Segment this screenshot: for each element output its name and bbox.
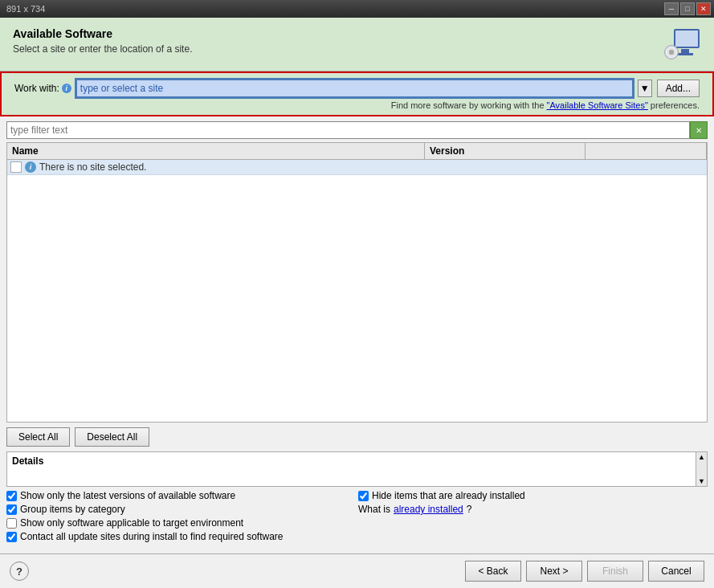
column-extra-header <box>585 143 707 159</box>
dropdown-arrow-icon: ▼ <box>640 83 650 94</box>
back-button[interactable]: < Back <box>465 561 521 582</box>
details-scrollbar[interactable]: ▲ ▼ <box>696 452 707 486</box>
options-section: Show only the latest versions of availab… <box>6 490 708 542</box>
scroll-down-button[interactable]: ▼ <box>696 476 707 486</box>
option-row-group-category: Group items by category <box>6 504 356 515</box>
bottom-section: Select All Deselect All Details ▲ ▼ Show… <box>0 423 714 553</box>
software-table: Name Version i There is no site selected… <box>6 142 708 423</box>
option-row-target-env: Show only software applicable to target … <box>6 517 356 529</box>
monitor-icon <box>664 29 700 59</box>
option-contact-sites-checkbox[interactable] <box>6 532 17 542</box>
what-is-label: What is <box>358 504 390 515</box>
option-contact-sites-label: Contact all update sites during install … <box>20 531 284 542</box>
monitor-screen-icon <box>674 29 700 48</box>
filter-clear-icon: ✕ <box>696 126 702 135</box>
find-more-row: Find more software by working with the "… <box>14 100 700 110</box>
column-name-header: Name <box>7 143 425 159</box>
filter-input[interactable] <box>6 121 690 139</box>
window-controls: ─ □ ✕ <box>664 2 711 15</box>
option-target-env-label: Show only software applicable to target … <box>20 517 243 529</box>
option-hide-installed-checkbox[interactable] <box>358 491 369 501</box>
filter-clear-button[interactable]: ✕ <box>690 121 708 139</box>
row-no-site-text: There is no site selected. <box>39 161 146 173</box>
option-group-category-label: Group items by category <box>20 504 125 515</box>
table-row[interactable]: i There is no site selected. <box>7 160 707 175</box>
select-buttons: Select All Deselect All <box>6 427 708 447</box>
option-latest-versions-label: Show only the latest versions of availab… <box>20 490 235 501</box>
minimize-button[interactable]: ─ <box>664 2 679 15</box>
question-mark-label: ? <box>467 504 472 515</box>
scroll-track <box>696 462 707 476</box>
option-target-env-checkbox[interactable] <box>6 518 17 529</box>
titlebar: 891 x 734 ─ □ ✕ <box>0 0 714 18</box>
option-latest-versions-checkbox[interactable] <box>6 491 17 501</box>
dialog-title: Available Software <box>13 27 192 40</box>
details-panel: Details ▲ ▼ <box>6 451 708 487</box>
deselect-all-button[interactable]: Deselect All <box>75 427 149 447</box>
maximize-button[interactable]: □ <box>680 2 695 15</box>
work-with-dropdown-button[interactable]: ▼ <box>638 80 652 97</box>
footer: ? < Back Next > Finish Cancel <box>0 553 714 588</box>
dialog-subtitle: Select a site or enter the location of a… <box>13 43 192 55</box>
option-row-hide-installed: Hide items that are already installed <box>358 490 708 501</box>
add-button[interactable]: Add... <box>657 80 700 97</box>
cancel-button[interactable]: Cancel <box>648 561 704 582</box>
details-content: Details <box>7 452 696 486</box>
footer-right: < Back Next > Finish Cancel <box>465 561 704 582</box>
option-group-category-checkbox[interactable] <box>6 504 17 515</box>
dialog-header: Available Software Select a site or ente… <box>0 18 714 71</box>
cd-icon <box>664 45 679 59</box>
work-with-row: Work with: i ▼ Add... <box>14 80 700 97</box>
select-all-button[interactable]: Select All <box>6 427 70 447</box>
header-text: Available Software Select a site or ente… <box>13 27 192 55</box>
row-info-icon: i <box>25 161 36 173</box>
footer-left: ? <box>10 561 29 581</box>
option-row-already-installed: What is already installed ? <box>358 504 708 515</box>
finish-button[interactable]: Finish <box>587 561 643 582</box>
option-hide-installed-label: Hide items that are already installed <box>372 490 525 501</box>
available-software-sites-link[interactable]: "Available Software Sites" <box>547 100 648 110</box>
monitor-base-icon <box>677 53 693 55</box>
table-header: Name Version <box>7 143 707 160</box>
row-checkbox[interactable] <box>10 161 22 173</box>
option-row-contact-sites: Contact all update sites during install … <box>6 531 708 542</box>
dialog: Available Software Select a site or ente… <box>0 18 714 588</box>
content-area: ✕ Name Version i There is no site select… <box>0 116 714 423</box>
window-title: 891 x 734 <box>6 4 45 14</box>
work-with-label: Work with: i <box>14 83 71 94</box>
details-label: Details <box>12 455 691 467</box>
work-with-input[interactable] <box>76 80 633 97</box>
column-version-header: Version <box>425 143 585 159</box>
close-button[interactable]: ✕ <box>696 2 711 15</box>
work-with-info-icon: i <box>62 84 71 93</box>
already-installed-link[interactable]: already installed <box>394 504 463 515</box>
work-with-section: Work with: i ▼ Add... Find more software… <box>0 71 714 116</box>
option-row-latest-versions: Show only the latest versions of availab… <box>6 490 356 501</box>
filter-row: ✕ <box>6 121 708 139</box>
help-button[interactable]: ? <box>10 561 29 581</box>
header-icon <box>663 27 701 61</box>
scroll-up-button[interactable]: ▲ <box>696 452 707 462</box>
next-button[interactable]: Next > <box>526 561 582 582</box>
